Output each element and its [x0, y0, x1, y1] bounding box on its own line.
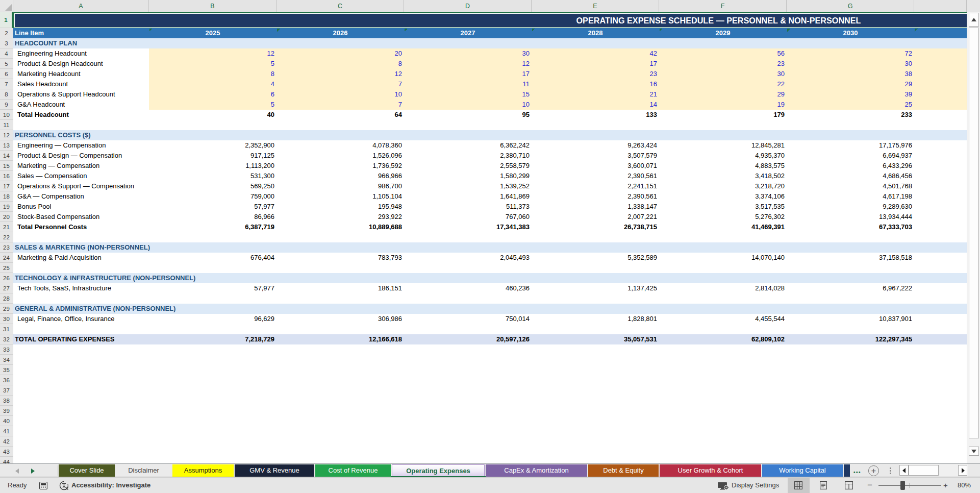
row-header-30[interactable]: 30	[0, 314, 13, 324]
cell-D7[interactable]: 11	[404, 79, 530, 89]
cell-E17[interactable]: 2,241,151	[532, 181, 657, 191]
row-label-14[interactable]: Product & Design — Compensation	[17, 151, 149, 161]
sheet-row-5[interactable]: Product & Design Headcount5812172330	[13, 59, 967, 69]
row-label-8[interactable]: Operations & Support Headcount	[17, 89, 149, 100]
row-header-25[interactable]: 25	[0, 263, 13, 273]
cell-G21[interactable]: 67,333,703	[787, 222, 912, 232]
row-label-21[interactable]: Total Personnel Costs	[17, 222, 149, 232]
column-header-G[interactable]: G	[787, 0, 914, 12]
cell-E32[interactable]: 35,057,531	[532, 334, 657, 344]
column-header-H-partial[interactable]	[914, 0, 967, 12]
sheet-tab-capex-amortization[interactable]: CapEx & Amortization	[486, 464, 587, 477]
sheet-tab-user-growth-cohort[interactable]: User Growth & Cohort	[660, 464, 761, 477]
row-header-29[interactable]: 29	[0, 304, 13, 314]
sheet-row-8[interactable]: Operations & Support Headcount6101521293…	[13, 89, 967, 100]
row-label-18[interactable]: G&A — Compensation	[17, 191, 149, 202]
row-header-2[interactable]: 2	[0, 28, 13, 38]
cell-B27[interactable]: 57,977	[149, 283, 274, 293]
row-label-29[interactable]: GENERAL & ADMINISTRATIVE (NON-PERSONNEL)	[15, 304, 219, 314]
column-header-E[interactable]: E	[532, 0, 659, 12]
cell-D32[interactable]: 20,597,126	[404, 334, 530, 344]
cell-G15[interactable]: 6,433,296	[787, 161, 912, 171]
row-header-44[interactable]: 44	[0, 457, 13, 463]
row-header-19[interactable]: 19	[0, 202, 13, 212]
row-label-6[interactable]: Marketing Headcount	[17, 69, 149, 79]
cell-F24[interactable]: 14,070,140	[659, 253, 785, 263]
row-header-13[interactable]: 13	[0, 140, 13, 151]
cell-D27[interactable]: 460,236	[404, 283, 530, 293]
row-header-34[interactable]: 34	[0, 355, 13, 365]
cell-C30[interactable]: 306,986	[277, 314, 402, 324]
row-label-30[interactable]: Legal, Finance, Office, Insurance	[17, 314, 149, 324]
cell-F8[interactable]: 29	[659, 89, 785, 100]
cell-D17[interactable]: 1,539,252	[404, 181, 530, 191]
cell-F10[interactable]: 179	[659, 110, 785, 120]
sheet-tab-debt-equity[interactable]: Debt & Equity	[588, 464, 659, 477]
sheet-row-12[interactable]: PERSONNEL COSTS ($)	[13, 130, 967, 140]
cell-F20[interactable]: 5,276,302	[659, 212, 785, 222]
cell-G32[interactable]: 122,297,345	[787, 334, 912, 344]
cell-C16[interactable]: 966,966	[277, 171, 402, 181]
cell-D19[interactable]: 511,373	[404, 202, 530, 212]
cell-E24[interactable]: 5,352,589	[532, 253, 657, 263]
cell-G8[interactable]: 39	[787, 89, 912, 100]
tab-scroll-right-icon[interactable]	[31, 469, 35, 474]
cell-B24[interactable]: 676,404	[149, 253, 274, 263]
row-header-23[interactable]: 23	[0, 242, 13, 253]
cell-C32[interactable]: 12,166,618	[277, 334, 402, 344]
row-header-4[interactable]: 4	[0, 48, 13, 59]
row-label-23[interactable]: SALES & MARKETING (NON-PERSONNEL)	[15, 242, 219, 253]
cell-C19[interactable]: 195,948	[277, 202, 402, 212]
row-header-37[interactable]: 37	[0, 385, 13, 396]
sheet-row-24[interactable]: Marketing & Paid Acquisition676,404783,7…	[13, 253, 967, 263]
row-header-42[interactable]: 42	[0, 436, 13, 447]
scroll-left-button[interactable]	[899, 465, 909, 476]
cell-F7[interactable]: 22	[659, 79, 785, 89]
column-header-B[interactable]: B	[149, 0, 277, 12]
column-header-A[interactable]: A	[13, 0, 149, 12]
sheet-row-30[interactable]: Legal, Finance, Office, Insurance96,6293…	[13, 314, 967, 324]
new-sheet-button[interactable]: +	[868, 465, 879, 476]
cell-D16[interactable]: 1,580,299	[404, 171, 530, 181]
cell-B17[interactable]: 569,250	[149, 181, 274, 191]
cell-D30[interactable]: 750,014	[404, 314, 530, 324]
tab-splitter-icon[interactable]	[890, 470, 891, 472]
cell-B9[interactable]: 5	[149, 100, 274, 110]
cell-C27[interactable]: 186,151	[277, 283, 402, 293]
cell-C6[interactable]: 12	[277, 69, 402, 79]
sheet-row-6[interactable]: Marketing Headcount81217233038	[13, 69, 967, 79]
row-header-33[interactable]: 33	[0, 344, 13, 355]
row-header-7[interactable]: 7	[0, 79, 13, 89]
row-header-12[interactable]: 12	[0, 130, 13, 140]
cell-E30[interactable]: 1,828,801	[532, 314, 657, 324]
row-label-20[interactable]: Stock-Based Compensation	[17, 212, 149, 222]
cell-B21[interactable]: 6,387,719	[149, 222, 274, 232]
cell-F19[interactable]: 3,517,535	[659, 202, 785, 212]
sheet-row-3[interactable]: HEADCOUNT PLAN	[13, 38, 967, 48]
year-header-cell-2027[interactable]: 2027	[404, 28, 532, 38]
cell-C20[interactable]: 293,922	[277, 212, 402, 222]
row-headers[interactable]: 1234567891011121314151617181920212223242…	[0, 12, 13, 463]
horizontal-scrollbar-thumb[interactable]	[909, 465, 939, 476]
cell-G7[interactable]: 29	[787, 79, 912, 89]
row-label-27[interactable]: Tech Tools, SaaS, Infrastructure	[17, 283, 149, 293]
cell-E20[interactable]: 2,007,221	[532, 212, 657, 222]
cell-D8[interactable]: 15	[404, 89, 530, 100]
row-header-22[interactable]: 22	[0, 232, 13, 242]
row-header-24[interactable]: 24	[0, 253, 13, 263]
row-header-5[interactable]: 5	[0, 59, 13, 69]
tab-splitter-icon[interactable]	[890, 473, 891, 474]
cell-E13[interactable]: 9,263,424	[532, 140, 657, 151]
cell-E16[interactable]: 2,390,561	[532, 171, 657, 181]
cell-B19[interactable]: 57,977	[149, 202, 274, 212]
cell-G13[interactable]: 17,175,976	[787, 140, 912, 151]
cell-G17[interactable]: 4,501,768	[787, 181, 912, 191]
cell-B13[interactable]: 2,352,900	[149, 140, 274, 151]
cell-G30[interactable]: 10,837,901	[787, 314, 912, 324]
sheet-tab-assumptions[interactable]: Assumptions	[172, 464, 234, 477]
cell-C14[interactable]: 1,526,096	[277, 151, 402, 161]
cell-F9[interactable]: 19	[659, 100, 785, 110]
cell-D13[interactable]: 6,362,242	[404, 140, 530, 151]
scroll-down-button[interactable]	[969, 447, 979, 456]
sheet-tab-gmv-revenue[interactable]: GMV & Revenue	[235, 464, 314, 477]
